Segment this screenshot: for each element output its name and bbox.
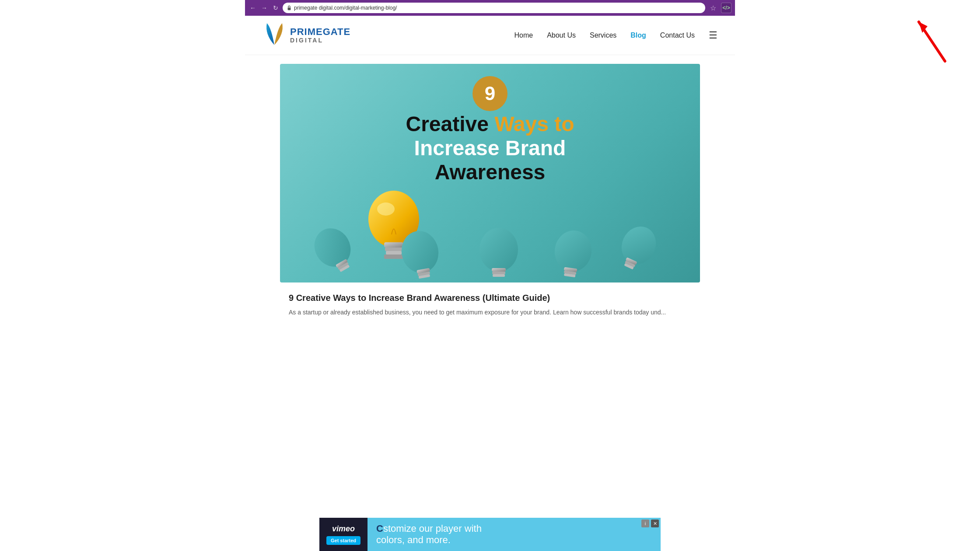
svg-rect-7	[384, 255, 403, 259]
hero-container: 9 Creative Ways to Increase Brand Awaren…	[280, 64, 700, 282]
lightbulbs-illustration	[280, 178, 700, 282]
svg-rect-0	[288, 7, 291, 10]
url-text: primegate digital.com/digital-marketing-…	[294, 5, 397, 11]
browser-actions: ☆ </>	[708, 3, 732, 13]
article-title: 9 Creative Ways to Increase Brand Awaren…	[289, 293, 691, 303]
address-bar[interactable]: primegate digital.com/digital-marketing-…	[283, 3, 705, 13]
back-button[interactable]: ←	[248, 3, 257, 12]
nav-blog[interactable]: Blog	[630, 31, 646, 39]
nav-home[interactable]: Home	[514, 31, 533, 39]
number-badge: 9	[472, 76, 508, 111]
svg-rect-17	[492, 268, 506, 272]
article-intro: As a startup or already established busi…	[289, 307, 691, 317]
hero-line2: Increase Brand	[368, 136, 612, 160]
lock-icon	[287, 5, 291, 10]
svg-point-16	[480, 228, 518, 272]
svg-point-20	[552, 228, 594, 274]
svg-rect-5	[385, 248, 402, 251]
refresh-button[interactable]: ↻	[271, 3, 280, 12]
main-nav: Home About Us Services Blog Contact Us ☰	[514, 30, 718, 41]
nav-about[interactable]: About Us	[547, 31, 576, 39]
page-wrapper: PRIMEGATE DIGITAL Home About Us Services…	[245, 16, 735, 317]
svg-point-8	[308, 222, 357, 273]
hero-line1: Creative Ways to	[368, 112, 612, 136]
nav-contact[interactable]: Contact Us	[660, 31, 695, 39]
svg-rect-4	[384, 242, 403, 248]
logo-primegate: PRIMEGATE	[290, 27, 350, 37]
logo-area[interactable]: PRIMEGATE DIGITAL	[262, 21, 350, 49]
bookmark-button[interactable]: ☆	[708, 3, 718, 13]
browser-toolbar: ← → ↻ primegate digital.com/digital-mark…	[245, 0, 735, 16]
logo-text: PRIMEGATE DIGITAL	[290, 27, 350, 44]
extension-button[interactable]: </>	[721, 3, 732, 13]
svg-rect-19	[493, 274, 505, 277]
svg-point-3	[377, 202, 395, 216]
hamburger-menu[interactable]: ☰	[709, 30, 718, 41]
hero-image: 9 Creative Ways to Increase Brand Awaren…	[280, 64, 700, 282]
logo-digital: DIGITAL	[290, 37, 350, 44]
svg-rect-18	[492, 272, 505, 274]
site-header: PRIMEGATE DIGITAL Home About Us Services…	[245, 16, 735, 55]
ways-to-text: Ways to	[494, 112, 574, 136]
logo-icon	[262, 21, 287, 49]
forward-button[interactable]: →	[260, 3, 269, 12]
hero-text: Creative Ways to Increase Brand Awarenes…	[368, 112, 612, 184]
nav-services[interactable]: Services	[590, 31, 616, 39]
article-section: 9 Creative Ways to Increase Brand Awaren…	[280, 293, 700, 317]
creative-text: Creative	[406, 112, 488, 136]
svg-point-24	[616, 221, 662, 270]
svg-rect-6	[386, 251, 402, 255]
browser-chrome: ← → ↻ primegate digital.com/digital-mark…	[245, 0, 735, 16]
